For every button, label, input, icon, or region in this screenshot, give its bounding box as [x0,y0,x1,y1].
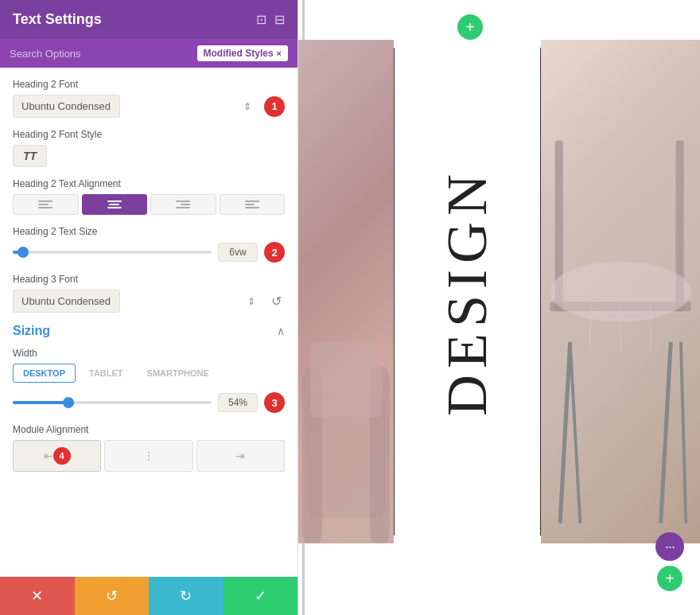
cancel-button[interactable]: ✕ [0,577,75,615]
panel-header-icons: ⊡ ⊟ [256,12,285,27]
sizing-section-header: Sizing ∧ [13,324,285,338]
left-panel: Text Settings ⊡ ⊟ Search Options Modifie… [0,0,298,615]
tab-tablet[interactable]: TABLET [79,364,134,383]
heading2-text-alignment-group: Heading 2 Text Alignment [13,178,285,215]
collapse-icon[interactable]: ⊟ [274,12,285,27]
panel-header: Text Settings ⊡ ⊟ [0,0,298,39]
more-options-button[interactable]: ··· [655,532,684,561]
module-align-center-icon: ⋮ [143,450,154,462]
couch-svg [298,241,394,543]
heading2-font-row: Ubuntu Condensed 1 [13,95,285,118]
module-align-left-btn[interactable]: ⇤ 4 [13,440,101,472]
heading2-font-select[interactable]: Ubuntu Condensed [13,95,120,118]
svg-line-6 [570,342,581,524]
svg-point-15 [550,262,690,322]
resize-icon[interactable]: ⊡ [256,12,266,27]
module-align-left-icon: ⇤ [44,450,53,462]
width-group: Width DESKTOP TABLET SMARTPHONE 54% 3 [13,348,285,413]
module-align-right-icon: ⇥ [235,450,245,462]
svg-line-4 [560,342,570,524]
heading2-text-size-group: Heading 2 Text Size 6vw 2 [13,226,285,263]
align-center-btn[interactable] [82,194,148,215]
align-right-icon [176,200,190,208]
modified-styles-badge: Modified Styles × [197,45,288,61]
width-thumb[interactable] [63,397,74,408]
heading2-font-style-label: Heading 2 Font Style [13,129,285,140]
panel-content: Heading 2 Font Ubuntu Condensed 1 Headin… [0,68,298,577]
svg-line-7 [681,342,686,524]
tt-button[interactable]: TT [13,145,47,167]
heading2-text-size-slider-row: 6vw 2 [13,242,285,263]
plus-btn-top[interactable]: + [457,14,483,40]
heading3-reset-btn[interactable]: ↺ [268,292,285,310]
module-alignment-label: Module Alignment [13,424,285,435]
svg-rect-3 [310,342,382,418]
badge-3: 3 [264,392,285,413]
design-area: DESIGN [298,40,700,543]
modified-styles-text: Modified Styles [204,48,274,59]
align-left-btn[interactable] [13,194,79,215]
heading2-text-size-value[interactable]: 6vw [218,243,258,262]
heading3-font-row: Ubuntu Condensed ↺ [13,290,285,313]
bottom-right-buttons: ··· + [655,532,684,591]
align-justify-btn[interactable] [220,194,286,215]
badge-1: 1 [264,96,285,117]
heading2-text-alignment-label: Heading 2 Text Alignment [13,178,285,189]
design-text: DESIGN [434,168,500,416]
align-center-icon [107,200,122,208]
reset-button[interactable]: ↺ [75,577,150,615]
bottom-toolbar: ✕ ↺ ↻ ✓ [0,577,298,615]
align-justify-icon [245,200,259,208]
align-right-btn[interactable] [150,194,216,215]
right-canvas: + DESIGN [298,0,700,615]
svg-line-5 [661,342,671,524]
alignment-buttons [13,194,285,215]
badge-2: 2 [264,242,285,263]
more-icon: ··· [665,539,675,555]
module-align-right-btn[interactable]: ⇥ [196,440,285,472]
plus-bottom-icon: + [665,570,675,588]
heading2-font-group: Heading 2 Font Ubuntu Condensed 1 [13,79,285,118]
design-left-image [298,40,394,543]
save-button[interactable]: ✓ [224,577,298,615]
width-value[interactable]: 54% [218,393,258,412]
badge-4: 4 [53,447,71,465]
module-alignment-group: Module Alignment ⇤ 4 ⋮ ⇥ [13,424,285,472]
panel-title: Text Settings [13,11,102,28]
heading2-font-select-wrapper: Ubuntu Condensed [13,95,258,118]
redo-button[interactable]: ↻ [149,577,224,615]
module-align-buttons: ⇤ 4 ⋮ ⇥ [13,440,285,472]
module-align-center-btn[interactable]: ⋮ [104,440,192,472]
heading3-font-select-wrapper: Ubuntu Condensed [13,290,262,313]
modified-styles-close[interactable]: × [277,49,282,58]
design-right-image [541,40,700,543]
heading2-text-size-label: Heading 2 Text Size [13,226,285,237]
sizing-chevron-icon[interactable]: ∧ [277,325,285,337]
tab-smartphone[interactable]: SMARTPHONE [137,364,220,383]
width-slider-row: 54% 3 [13,392,285,413]
heading2-text-size-thumb[interactable] [18,247,29,258]
width-fill [13,401,68,404]
heading3-font-group: Heading 3 Font Ubuntu Condensed ↺ [13,274,285,313]
heading2-font-style-group: Heading 2 Font Style TT [13,129,285,167]
device-tabs: DESKTOP TABLET SMARTPHONE [13,364,285,383]
plus-top-icon: + [465,18,475,37]
heading3-font-label: Heading 3 Font [13,274,285,285]
chair-svg [541,40,700,543]
heading3-font-select[interactable]: Ubuntu Condensed [13,290,120,313]
width-track[interactable] [13,401,212,404]
width-label: Width [13,348,285,359]
search-bar: Search Options Modified Styles × [0,39,298,68]
sizing-title: Sizing [13,324,50,338]
align-left-icon [38,200,52,208]
search-options-label[interactable]: Search Options [10,48,191,60]
plus-btn-bottom[interactable]: + [657,566,682,591]
heading2-text-size-track[interactable] [13,251,212,254]
heading2-font-label: Heading 2 Font [13,79,285,90]
tab-desktop[interactable]: DESKTOP [13,364,76,383]
design-center: DESIGN [395,40,540,543]
